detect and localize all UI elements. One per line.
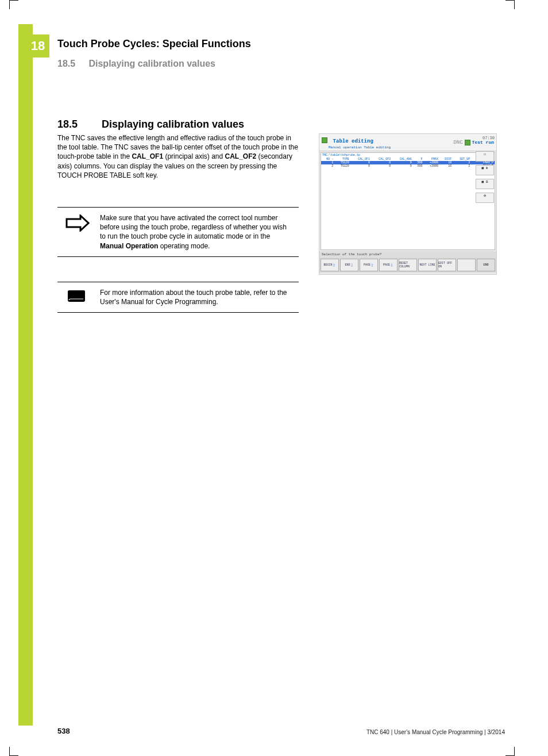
- arrow-up-icon: ⇧: [332, 262, 335, 268]
- screenshot-path: TNC:\table\tchprobe.tp: [321, 153, 495, 158]
- softkey: PAGE⇧: [360, 259, 378, 271]
- mode-icon: [322, 137, 327, 143]
- side-button-icon: ☐: [476, 151, 494, 162]
- body-bold-2: CAL_OF2: [225, 152, 257, 160]
- softkey: END⇩: [340, 259, 358, 271]
- td: TS120: [334, 164, 350, 168]
- td: 2: [321, 164, 334, 168]
- crop-mark: [505, 747, 515, 756]
- softkey: PAGE⇩: [379, 259, 398, 271]
- softkey: [457, 259, 476, 271]
- td: 10: [439, 164, 453, 168]
- td: 0: [371, 164, 392, 168]
- subsection-number: 18.5: [57, 59, 86, 69]
- chapter-number-tab: 18: [26, 34, 49, 57]
- screenshot-titlebar: Table editing Manual operation Table edi…: [319, 134, 496, 151]
- crop-mark: [505, 0, 515, 9]
- crop-mark: [9, 747, 18, 756]
- body-text-2: (principal axis) and: [163, 152, 225, 160]
- td: 0: [350, 164, 371, 168]
- note-box-book: For more information about the touch pro…: [57, 282, 299, 313]
- section-heading: 18.5 Displaying calibration values: [57, 118, 244, 131]
- screenshot-time: 07:30: [483, 136, 495, 140]
- screenshot-title-line: Table editing: [322, 135, 391, 145]
- side-green-band: [18, 24, 33, 726]
- page-number: 538: [57, 727, 70, 735]
- subsection-title: Displaying calibration values: [88, 59, 215, 68]
- heading-number: 18.5: [57, 118, 99, 131]
- mode-icon: [465, 140, 470, 145]
- arrow-right-icon: [65, 214, 90, 232]
- crop-mark: [9, 0, 18, 9]
- page: 18 Touch Probe Cycles: Special Functions…: [0, 0, 548, 756]
- td: 0: [392, 164, 412, 168]
- td: 2: [453, 164, 471, 168]
- screenshot-subtitle: Manual operation Table editing: [322, 145, 391, 149]
- body-bold-1: CAL_OF1: [132, 152, 163, 160]
- heading-title: Displaying calibration values: [102, 118, 244, 130]
- softkey: RESET COLUMN: [399, 259, 417, 271]
- tnc-screenshot: 07:30 Table editing Manual operation Tab…: [319, 133, 497, 275]
- softkey: EDIT OFF ON: [438, 259, 456, 271]
- dnc-label: DNC: [453, 140, 462, 145]
- screenshot-testrun: Test run: [472, 140, 494, 145]
- chapter-title: Touch Probe Cycles: Special Functions: [57, 38, 251, 50]
- side-button-icon: ⚙: [476, 193, 494, 203]
- arrow-up-icon: ⇧: [371, 262, 374, 268]
- side-button-icon: ▦ ⊟: [476, 179, 494, 189]
- td: +2000: [424, 164, 440, 168]
- subsection-header: 18.5 Displaying calibration values: [57, 59, 215, 69]
- body-paragraph: The TNC saves the effective length and e…: [57, 133, 299, 180]
- arrow-down-icon: ⇩: [350, 262, 353, 268]
- note2-text: For more information about the touch pro…: [100, 289, 287, 306]
- screenshot-side-buttons: ☐ ▦ ⊕ ▦ ⊟ ⚙: [476, 151, 494, 203]
- note-box-arrow: Make sure that you have activated the co…: [57, 207, 299, 257]
- book-icon: [65, 289, 87, 304]
- note1-text-a: Make sure that you have activated the co…: [100, 214, 287, 240]
- screenshot-softkeys: BEGIN⇧ END⇩ PAGE⇧ PAGE⇩ RESET COLUMN NEX…: [319, 258, 496, 273]
- softkey: BEGIN⇧: [321, 259, 339, 271]
- note1-bold: Manual Operation: [100, 242, 158, 250]
- softkey: NEXT LINE: [418, 259, 437, 271]
- note1-text-b: operating mode.: [158, 242, 210, 250]
- table-row: 2 TS120 0 0 0 500 +2000 10 2 FMAX_P: [321, 164, 495, 168]
- softkey-end: END: [477, 259, 495, 271]
- side-button-icon: ▦ ⊕: [476, 165, 494, 175]
- screenshot-title: Table editing: [333, 139, 373, 144]
- td: 500: [413, 164, 424, 168]
- arrow-down-icon: ⇩: [390, 262, 393, 268]
- screenshot-body: TNC:\table\tchprobe.tp NO → TYPE CAL_OF1…: [321, 152, 495, 250]
- screenshot-statusbar: Selection of the touch probe?: [319, 251, 496, 258]
- footer-text: TNC 640 | User's Manual Cycle Programmin…: [366, 729, 505, 735]
- screenshot-right-group: DNC Test run: [453, 140, 494, 145]
- screenshot-table: NO → TYPE CAL_OF1 CAL_OF2 CAL_ANG F FMAX…: [321, 158, 495, 168]
